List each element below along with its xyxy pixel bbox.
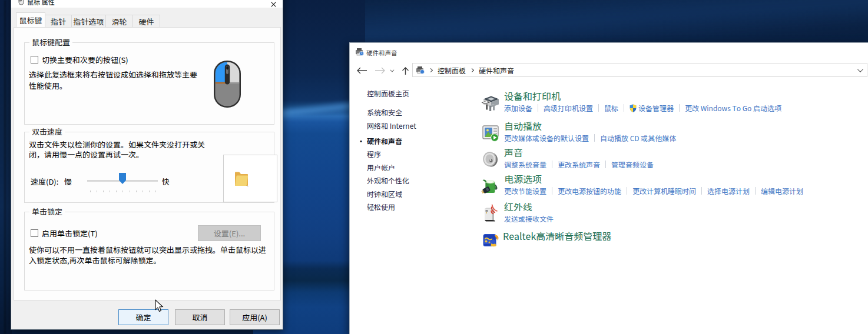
close-icon[interactable] bbox=[266, 0, 280, 9]
description-line: 入锁定状态,再次单击鼠标可解除锁定。 bbox=[29, 255, 266, 266]
folder-icon bbox=[233, 168, 250, 188]
sidebar-item-clock-region[interactable]: 时钟和区域 bbox=[367, 189, 402, 199]
group-click-lock: 单击锁定 启用单击锁定(T) 设置(E)... 使你可以不用一直按着鼠标按钮就可… bbox=[24, 212, 274, 290]
slow-label: 慢 bbox=[64, 176, 72, 187]
breadcrumb-separator-icon bbox=[470, 68, 474, 72]
mouse-properties-dialog: 鼠标 属性 鼠标键 指针 指针选项 滑轮 硬件 鼠标键配置 切换主要和次要的按钮… bbox=[11, 0, 283, 330]
checkbox-enable-click-lock[interactable]: 启用单击锁定(T) bbox=[31, 228, 98, 239]
realtek-icon bbox=[483, 232, 499, 248]
link-sleep-time[interactable]: 更改计算机睡眠时间 bbox=[632, 186, 696, 195]
group-label: 单击锁定 bbox=[29, 207, 65, 216]
sidebar-item-home[interactable]: 控制面板主页 bbox=[367, 89, 409, 98]
group-double-click-speed: 双击速度 双击文件夹以检测你的设置。如果文件夹没打开或关 闭，请用慢一点的设置再… bbox=[24, 132, 274, 203]
tab-wheel[interactable]: 滑轮 bbox=[105, 15, 133, 27]
tab-hardware[interactable]: 硬件 bbox=[132, 15, 160, 27]
category-infrared: 红外线 发送或接收文件 bbox=[481, 201, 554, 223]
category-sound: 声音 调整系统音量 更改系统声音 管理音频设备 bbox=[481, 147, 654, 169]
category-links: 更改媒体或设备的默认设置 自动播放 CD 或其他媒体 bbox=[504, 133, 676, 142]
link-manage-audio-devices[interactable]: 管理音频设备 bbox=[611, 160, 654, 169]
category-links: 添加设备 高级打印机设置 鼠标 设备管理器 更改 Windows To Go 启… bbox=[504, 103, 781, 112]
cancel-button[interactable]: 取消 bbox=[175, 309, 225, 325]
slider-thumb[interactable] bbox=[119, 173, 126, 184]
mouse-icon bbox=[17, 0, 25, 5]
sidebar-item-programs[interactable]: 程序 bbox=[367, 149, 381, 159]
link-advanced-printer-setup[interactable]: 高级打印机设置 bbox=[544, 103, 593, 112]
link-windows-to-go[interactable]: 更改 Windows To Go 启动选项 bbox=[685, 103, 781, 112]
category-title-devices-printers[interactable]: 设备和打印机 bbox=[504, 91, 781, 102]
category-links: 发送或接收文件 bbox=[504, 214, 554, 223]
infrared-icon bbox=[481, 204, 500, 223]
description-line: 闭，请用慢一点的设置再试一次。 bbox=[29, 149, 205, 159]
button-config-description: 选择此复选框来将右按钮设成如选择和拖放等主要 性能使用。 bbox=[29, 69, 197, 91]
power-icon bbox=[481, 176, 500, 195]
breadcrumb-hardware-and-sound[interactable]: 硬件和声音 bbox=[479, 65, 514, 75]
tab-label: 硬件 bbox=[138, 16, 154, 27]
link-separator bbox=[755, 187, 756, 195]
link-edit-power-plan[interactable]: 编辑电源计划 bbox=[761, 186, 803, 195]
breadcrumb-separator-icon bbox=[429, 68, 433, 72]
hardware-and-sound-icon bbox=[355, 48, 364, 56]
wallpaper-edge-shade bbox=[4, 0, 6, 334]
sidebar-item-user-accounts[interactable]: 用户帐户 bbox=[367, 163, 395, 172]
link-adjust-volume[interactable]: 调整系统音量 bbox=[504, 160, 546, 169]
checkbox-label: 启用单击锁定(T) bbox=[42, 228, 98, 239]
apply-button[interactable]: 应用(A) bbox=[230, 309, 280, 325]
forward-button[interactable] bbox=[373, 64, 387, 78]
link-change-default-media-settings[interactable]: 更改媒体或设备的默认设置 bbox=[504, 133, 589, 142]
category-title-power-options[interactable]: 电源选项 bbox=[504, 173, 803, 185]
double-click-speed-slider[interactable] bbox=[87, 175, 158, 187]
link-autoplay-cd[interactable]: 自动播放 CD 或其他媒体 bbox=[600, 133, 676, 142]
link-power-button-function[interactable]: 更改电源按钮的功能 bbox=[558, 186, 621, 195]
dialog-button-row: 确定 取消 应用(A) bbox=[11, 309, 283, 325]
address-dropdown[interactable] bbox=[857, 68, 862, 72]
window-titlebar[interactable]: 硬件和声音 bbox=[350, 43, 868, 61]
category-autoplay: 自动播放 更改媒体或设备的默认设置 自动播放 CD 或其他媒体 bbox=[481, 121, 676, 142]
sidebar-item-network-internet[interactable]: 网络和 Internet bbox=[367, 121, 416, 131]
link-add-device[interactable]: 添加设备 bbox=[504, 103, 532, 112]
back-button[interactable] bbox=[355, 64, 369, 78]
link-separator bbox=[598, 104, 599, 112]
link-change-power-saving[interactable]: 更改节能设置 bbox=[504, 186, 546, 195]
tab-label: 指针选项 bbox=[73, 16, 104, 27]
address-bar[interactable]: 控制面板 硬件和声音 bbox=[412, 63, 867, 77]
tab-mouse-buttons[interactable]: 鼠标键 bbox=[16, 12, 45, 27]
group-label: 双击速度 bbox=[29, 127, 65, 136]
link-choose-power-plan[interactable]: 选择电源计划 bbox=[707, 186, 750, 195]
checkbox-box[interactable] bbox=[31, 229, 38, 237]
click-lock-description: 使你可以不用一直按着鼠标按钮就可以突出显示或拖拽。单击鼠标以进 入锁定状态,再次… bbox=[29, 245, 266, 266]
recent-locations-dropdown[interactable] bbox=[387, 64, 395, 78]
link-mouse[interactable]: 鼠标 bbox=[604, 103, 618, 112]
tab-pointer-options[interactable]: 指针选项 bbox=[71, 15, 106, 27]
sidebar-item-ease-of-access[interactable]: 轻松使用 bbox=[367, 202, 395, 212]
sidebar-item-system-security[interactable]: 系统和安全 bbox=[367, 108, 402, 117]
fast-label: 快 bbox=[162, 176, 170, 187]
link-send-receive-files[interactable]: 发送或接收文件 bbox=[504, 214, 554, 223]
checkbox-box[interactable] bbox=[31, 56, 38, 64]
tab-page-mouse-buttons: 鼠标键配置 切换主要和次要的按钮(S) 选择此复选框来将右按钮设成如选择和拖放等… bbox=[14, 27, 281, 300]
category-title-infrared[interactable]: 红外线 bbox=[504, 201, 554, 212]
link-separator bbox=[552, 187, 552, 195]
category-title-sound[interactable]: 声音 bbox=[504, 147, 654, 158]
click-lock-settings-button[interactable]: 设置(E)... bbox=[198, 225, 261, 241]
checkbox-swap-buttons[interactable]: 切换主要和次要的按钮(S) bbox=[31, 54, 128, 65]
link-separator bbox=[538, 104, 538, 112]
description-line: 性能使用。 bbox=[29, 80, 197, 91]
breadcrumb-control-panel[interactable]: 控制面板 bbox=[438, 65, 466, 75]
link-device-manager[interactable]: 设备管理器 bbox=[638, 103, 674, 112]
double-click-description: 双击文件夹以检测你的设置。如果文件夹没打开或关 闭，请用慢一点的设置再试一次。 bbox=[29, 139, 205, 159]
double-click-test-area[interactable] bbox=[223, 155, 277, 202]
description-line: 双击文件夹以检测你的设置。如果文件夹没打开或关 bbox=[29, 139, 205, 149]
link-separator bbox=[624, 104, 624, 112]
tab-pointers[interactable]: 指针 bbox=[45, 15, 72, 27]
link-change-sounds[interactable]: 更改系统声音 bbox=[558, 160, 600, 169]
category-title-realtek[interactable]: Realtek高清晰音频管理器 bbox=[503, 231, 611, 242]
sidebar-item-hardware-sound[interactable]: 硬件和声音 bbox=[367, 136, 402, 146]
control-panel-icon bbox=[416, 66, 425, 74]
up-button[interactable] bbox=[398, 64, 412, 78]
sidebar-item-appearance[interactable]: 外观和个性化 bbox=[367, 176, 409, 185]
category-links: 调整系统音量 更改系统声音 管理音频设备 bbox=[504, 160, 654, 169]
speaker-icon bbox=[481, 150, 500, 169]
dialog-titlebar[interactable]: 鼠标 属性 bbox=[11, 0, 283, 8]
wallpaper-left-strip bbox=[0, 0, 12, 334]
category-title-autoplay[interactable]: 自动播放 bbox=[504, 121, 676, 132]
